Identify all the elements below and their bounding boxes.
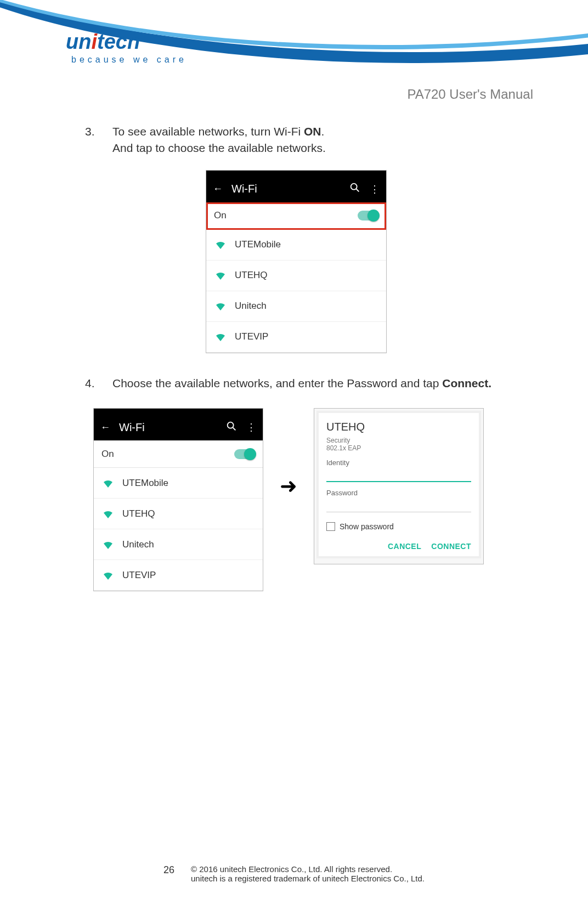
checkbox-icon [326, 522, 335, 531]
step-number: 4. [85, 375, 112, 392]
wifi-list-screenshot: ← Wi-Fi ⋮ On UTEMobile UTEHQ [93, 408, 263, 591]
list-item[interactable]: UTEVIP [206, 322, 386, 353]
svg-line-1 [357, 189, 359, 192]
wifi-toggle-row[interactable]: On [94, 440, 263, 468]
wifi-icon [101, 569, 115, 582]
brand-logo: unitech [66, 30, 140, 54]
step-text: Choose the available networks, and enter… [112, 375, 491, 392]
cancel-button[interactable]: CANCEL [388, 542, 421, 551]
list-item[interactable]: UTEHQ [94, 499, 263, 529]
svg-point-2 [228, 422, 234, 428]
overflow-icon[interactable]: ⋮ [245, 421, 257, 433]
password-field[interactable] [326, 499, 471, 512]
wifi-screenshot: ← Wi-Fi ⋮ On UTEMobile UTEHQ [206, 170, 387, 353]
list-item[interactable]: Unitech [94, 529, 263, 560]
show-password-checkbox[interactable]: Show password [326, 522, 471, 531]
search-icon[interactable] [225, 420, 238, 435]
security-value: 802.1x EAP [326, 444, 471, 452]
wifi-appbar: ← Wi-Fi ⋮ [206, 176, 386, 202]
appbar-title: Wi-Fi [119, 421, 218, 434]
wifi-connect-dialog: UTEHQ Security 802.1x EAP Identity Passw… [319, 413, 479, 556]
wifi-icon [214, 299, 227, 313]
trademark-text: unitech is a registered trademark of uni… [191, 874, 425, 883]
identity-field[interactable] [326, 469, 471, 482]
wifi-icon [101, 477, 115, 490]
wifi-toggle-row[interactable]: On [206, 202, 386, 230]
connect-button[interactable]: CONNECT [431, 542, 471, 551]
list-item[interactable]: UTEHQ [206, 261, 386, 291]
wifi-icon [214, 269, 227, 282]
phone-statusbar [94, 409, 263, 414]
search-icon[interactable] [349, 182, 361, 196]
wifi-icon [101, 507, 115, 521]
brand-tagline: because we care [71, 55, 187, 65]
security-label: Security [326, 437, 471, 444]
wifi-icon [101, 538, 115, 551]
list-item[interactable]: UTEMobile [94, 468, 263, 499]
list-item[interactable]: UTEMobile [206, 230, 386, 261]
page-footer: 26 © 2016 unitech Electronics Co., Ltd. … [0, 864, 588, 883]
wifi-icon [214, 330, 227, 343]
wifi-toggle-label: On [101, 449, 234, 460]
step-3: 3. To see available networks, turn Wi-Fi… [85, 123, 539, 353]
copyright-text: © 2016 unitech Electronics Co., Ltd. All… [191, 864, 425, 874]
overflow-icon[interactable]: ⋮ [369, 183, 381, 195]
svg-point-0 [351, 184, 357, 190]
wifi-toggle-switch[interactable] [234, 449, 255, 459]
phone-statusbar [206, 171, 386, 176]
identity-label: Identity [326, 459, 471, 467]
list-item[interactable]: UTEVIP [94, 560, 263, 591]
back-icon[interactable]: ← [99, 422, 111, 433]
page-content: 3. To see available networks, turn Wi-Fi… [85, 123, 539, 613]
wifi-toggle-switch[interactable] [358, 211, 378, 220]
appbar-title: Wi-Fi [231, 183, 341, 195]
page-number: 26 [163, 864, 174, 876]
wifi-connect-dialog-screenshot: UTEHQ Security 802.1x EAP Identity Passw… [314, 408, 484, 564]
document-title: PA720 User's Manual [407, 87, 533, 102]
password-label: Password [326, 489, 471, 497]
list-item[interactable]: Unitech [206, 291, 386, 322]
dialog-ssid: UTEHQ [326, 421, 471, 433]
step-text: To see available networks, turn Wi-Fi ON… [112, 123, 326, 157]
step-4: 4. Choose the available networks, and en… [85, 375, 539, 591]
wifi-icon [214, 238, 227, 251]
wifi-toggle-label: On [214, 210, 358, 221]
wifi-appbar: ← Wi-Fi ⋮ [94, 414, 263, 440]
svg-line-3 [233, 428, 236, 431]
arrow-right-icon: ➜ [280, 474, 297, 498]
back-icon[interactable]: ← [212, 183, 224, 195]
step-number: 3. [85, 123, 112, 157]
